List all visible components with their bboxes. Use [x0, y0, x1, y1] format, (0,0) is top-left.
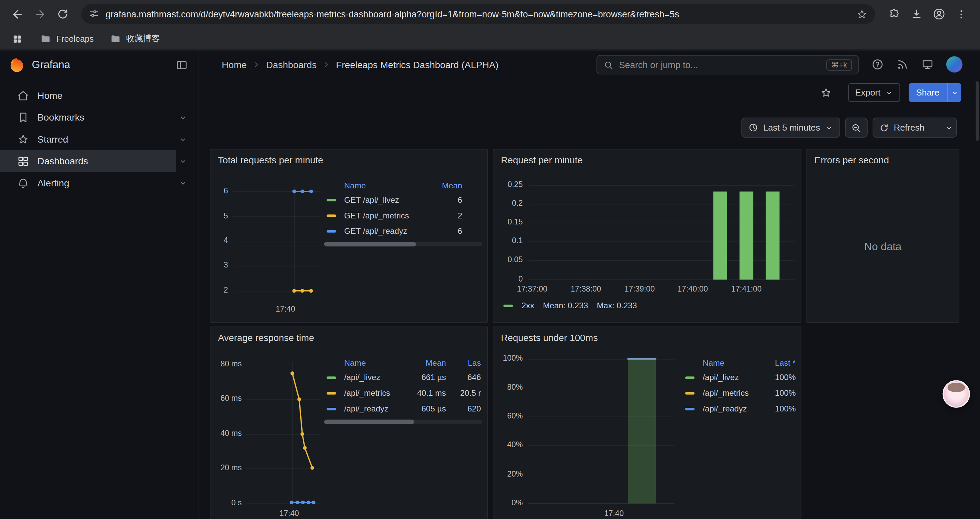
sidebar: Grafana HomeBookmarksStarredDashboardsAl…: [0, 51, 199, 519]
apps-button[interactable]: [9, 28, 25, 50]
legend-row: GET /api/_livez6: [324, 192, 482, 208]
sidebar-item-dashboards[interactable]: Dashboards: [0, 150, 198, 172]
time-range-picker[interactable]: Last 5 minutes: [741, 118, 840, 137]
downloads-button[interactable]: [905, 3, 927, 25]
header-icons: [871, 51, 963, 78]
legend-series-name[interactable]: /api/_metrics: [703, 388, 756, 398]
share-button[interactable]: Share: [908, 83, 961, 102]
expand-chevron[interactable]: [179, 156, 188, 165]
legend-value: 620: [450, 404, 481, 414]
panel-title[interactable]: Average response time: [218, 332, 314, 343]
legend-series-name[interactable]: GET /api/_readyz: [344, 227, 424, 236]
legend-scrollbar[interactable]: [324, 242, 482, 246]
help-button[interactable]: [871, 58, 884, 70]
sidebar-item-home[interactable]: Home: [0, 85, 198, 107]
legend-value: 646: [450, 373, 481, 382]
reload-button[interactable]: [51, 3, 74, 25]
browser-menu-button[interactable]: [950, 3, 972, 25]
series-color-dash: [326, 376, 336, 378]
bookmark-icon: [17, 111, 29, 123]
bookmark-star-icon[interactable]: [856, 8, 868, 20]
legend-series-name[interactable]: GET /api/_metrics: [344, 211, 424, 220]
expand-chevron[interactable]: [179, 179, 188, 187]
panel-title[interactable]: Errors per second: [815, 155, 889, 165]
clock-icon: [748, 123, 758, 133]
chevron-down-icon: [950, 88, 958, 96]
refresh-button[interactable]: Refresh: [873, 118, 957, 137]
expand-chevron[interactable]: [179, 135, 188, 144]
legend-series-name[interactable]: 2xx: [522, 301, 535, 310]
bookmark-Freeleaps[interactable]: Freeleaps: [40, 33, 94, 45]
legend-column-header[interactable]: Last *: [759, 358, 796, 367]
chevron-down-icon: [179, 179, 188, 187]
sidebar-item-starred[interactable]: Starred: [0, 128, 198, 150]
forward-button[interactable]: [29, 3, 51, 25]
news-button[interactable]: [896, 58, 908, 70]
legend-series-name[interactable]: /api/_livez: [703, 373, 756, 382]
favorite-dashboard-button[interactable]: [820, 86, 832, 99]
grid-icon: [17, 155, 29, 167]
scrollbar-thumb[interactable]: [324, 242, 416, 246]
sidebar-item-label: Starred: [37, 134, 68, 145]
search-input[interactable]: Search or jump to... ⌘+k: [597, 55, 859, 75]
legend-row: GET /api/_readyz6: [324, 223, 482, 239]
scrollbar-thumb[interactable]: [324, 420, 414, 424]
legend-series-name[interactable]: /api/_livez: [344, 373, 405, 382]
extensions-button[interactable]: [883, 3, 905, 25]
kiosk-button[interactable]: [921, 58, 934, 70]
refresh-icon: [879, 123, 889, 132]
legend-series-name[interactable]: /api/_readyz: [344, 404, 405, 414]
profile-button[interactable]: [928, 3, 950, 25]
legend-column-header[interactable]: Mean: [427, 180, 462, 190]
legend-scrollbar[interactable]: [324, 420, 482, 424]
chart-area: 80 ms60 ms40 ms20 ms0 s17:40NameMeanLas/…: [210, 327, 487, 519]
legend-column-header[interactable]: Name: [344, 180, 424, 190]
series-color-dash: [326, 392, 336, 394]
url-text[interactable]: grafana.mathmast.com/d/deytv4rwavabkb/fr…: [105, 9, 850, 19]
legend-column-header[interactable]: Las: [450, 358, 481, 367]
legend-series-name[interactable]: GET /api/_livez: [344, 195, 424, 204]
export-label: Export: [855, 88, 881, 97]
user-avatar[interactable]: [946, 56, 963, 73]
panel-title[interactable]: Requests under 100ms: [501, 332, 598, 343]
series-color-dash: [326, 214, 336, 216]
panel-title[interactable]: Total requests per minute: [218, 155, 323, 165]
sidebar-item-label: Bookmarks: [37, 112, 84, 123]
breadcrumb-dashboards[interactable]: Dashboards: [266, 59, 317, 70]
back-button[interactable]: [6, 3, 29, 25]
series-color-dash: [326, 230, 336, 232]
panel-title[interactable]: Request per minute: [501, 155, 583, 165]
magnifier-minus-icon: [851, 122, 862, 133]
site-settings-icon[interactable]: [89, 9, 99, 19]
legend-series-name[interactable]: /api/_metrics: [344, 388, 405, 398]
legend-header: NameMeanLas: [324, 356, 482, 369]
sidebar-collapse-button[interactable]: [174, 57, 189, 72]
legend-row: GET /api/_metrics2: [324, 208, 482, 224]
dashboard-controls: Last 5 minutes Refresh: [741, 118, 957, 137]
sidebar-header: Grafana: [0, 51, 198, 79]
chat-widget-avatar[interactable]: [943, 380, 970, 407]
export-button[interactable]: Export: [848, 83, 900, 102]
panel-total-requests-per-minute: 6543217:40NameMeanGET /api/_livez6GET /a…: [210, 149, 488, 323]
grid-icon: [17, 155, 29, 167]
share-menu-button[interactable]: [948, 83, 961, 102]
sidebar-item-alerting[interactable]: Alerting: [0, 172, 198, 194]
chevron-right-icon: [253, 61, 261, 69]
legend-series-name[interactable]: /api/_readyz: [703, 404, 756, 414]
url-bar[interactable]: grafana.mathmast.com/d/deytv4rwavabkb/fr…: [81, 4, 875, 24]
bookmark-label: Freeleaps: [56, 34, 94, 43]
legend-column-header[interactable]: Name: [703, 358, 756, 367]
share-label[interactable]: Share: [908, 83, 947, 102]
legend-row: /api/_metrics100%: [683, 385, 801, 401]
zoom-out-time-button[interactable]: [845, 118, 867, 137]
sidebar-item-bookmarks[interactable]: Bookmarks: [0, 106, 198, 128]
refresh-interval-button[interactable]: [941, 124, 956, 132]
breadcrumb-home[interactable]: Home: [222, 59, 247, 70]
legend-column-header[interactable]: Name: [344, 358, 405, 367]
bookmark-收藏博客[interactable]: 收藏博客: [110, 33, 160, 45]
legend-column-header[interactable]: Mean: [409, 358, 446, 367]
page-scrollbar[interactable]: [976, 81, 978, 141]
expand-chevron[interactable]: [179, 113, 188, 121]
series-color-dash: [326, 199, 336, 201]
grafana-logo-icon: [9, 56, 25, 73]
